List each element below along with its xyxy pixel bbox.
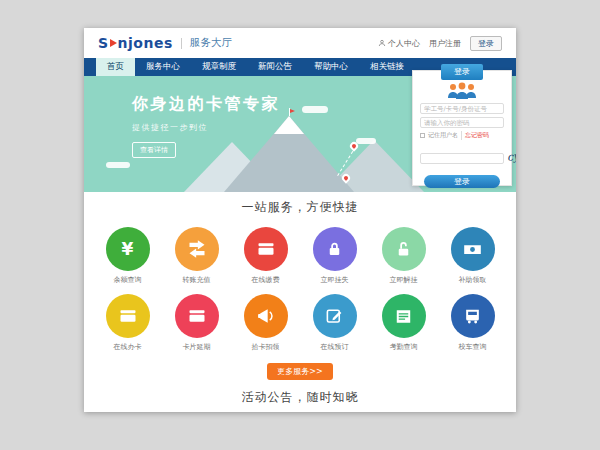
captcha-image[interactable]: cyvp	[507, 149, 516, 163]
service-online-payment[interactable]: 在线缴费	[231, 227, 300, 285]
cloud-icon	[356, 138, 376, 144]
flag-icon	[290, 109, 295, 113]
portal-page: S njones 服务大厅 个人中心 用户注册 登录 首页 服务中心 规章制度 …	[84, 28, 516, 412]
card-icon	[256, 239, 276, 259]
bus-icon	[463, 307, 482, 326]
service-report-loss[interactable]: 立即挂失	[300, 227, 369, 285]
cloud-icon	[106, 162, 130, 168]
service-card-claim[interactable]: 拾卡招领	[231, 294, 300, 352]
header-login-button[interactable]: 登录	[470, 36, 502, 51]
login-tab[interactable]: 登录	[441, 64, 483, 80]
service-online-booking[interactable]: 在线预订	[300, 294, 369, 352]
list-icon	[394, 307, 413, 326]
remember-checkbox[interactable]	[420, 133, 425, 138]
user-register-link[interactable]: 用户注册	[429, 38, 461, 49]
user-icon	[378, 39, 386, 47]
service-subsidy-collect[interactable]: 补助领取	[438, 227, 507, 285]
banknote-icon	[462, 239, 483, 260]
remember-label: 记住用户名	[428, 131, 458, 140]
banner-title: 你身边的卡管专家	[132, 94, 280, 115]
nav-home[interactable]: 首页	[96, 58, 135, 76]
lock-icon	[325, 240, 344, 259]
nav-service-center[interactable]: 服务中心	[135, 58, 191, 76]
edit-icon	[325, 307, 344, 326]
service-card-renewal[interactable]: 卡片延期	[162, 294, 231, 352]
megaphone-icon	[256, 306, 276, 326]
header-divider	[181, 38, 182, 49]
login-panel: 登录 记住用户名 忘记密码 cyvp 换一张 登录	[412, 70, 512, 186]
services-grid: ¥ 余额查询 转账充值 在线缴费	[93, 227, 507, 352]
banner-cta-button[interactable]: 查看详情	[132, 142, 176, 158]
username-input[interactable]	[420, 103, 504, 114]
login-submit-button[interactable]: 登录	[424, 175, 500, 188]
unlock-icon	[394, 240, 413, 259]
yen-icon: ¥	[122, 241, 134, 258]
logo-arrow-icon	[110, 39, 117, 47]
user-register-label: 用户注册	[429, 38, 461, 49]
users-group-icon	[445, 82, 479, 100]
announcements-section: 活动公告，随时知晓 使用指南 最新公告 更多>> 使用指南 更多>>	[84, 380, 516, 412]
personal-center-link[interactable]: 个人中心	[378, 38, 420, 49]
more-services-button[interactable]: 更多服务>>	[267, 363, 332, 380]
password-input[interactable]	[420, 117, 504, 128]
card-icon	[118, 306, 138, 326]
services-title: 一站服务，方便快捷	[84, 199, 516, 216]
logo-text-s: S	[98, 35, 109, 51]
service-balance-query[interactable]: ¥ 余额查询	[93, 227, 162, 285]
service-transfer-recharge[interactable]: 转账充值	[162, 227, 231, 285]
forgot-password-link[interactable]: 忘记密码	[461, 131, 489, 140]
captcha-input[interactable]	[420, 153, 504, 164]
header-right: 个人中心 用户注册 登录	[378, 36, 502, 51]
nav-related-links[interactable]: 相关链接	[359, 58, 415, 76]
nav-rules[interactable]: 规章制度	[191, 58, 247, 76]
logo[interactable]: S njones	[98, 35, 173, 51]
service-attendance-query[interactable]: 考勤查询	[369, 294, 438, 352]
nav-help-center[interactable]: 帮助中心	[303, 58, 359, 76]
logo-text-rest: njones	[118, 35, 173, 51]
transfer-icon	[187, 239, 207, 259]
service-apply-card[interactable]: 在线办卡	[93, 294, 162, 352]
banner-subtitle: 提供捷径一步到位	[132, 122, 280, 133]
personal-center-label: 个人中心	[388, 38, 420, 49]
site-name: 服务大厅	[190, 36, 232, 50]
services-section: 一站服务，方便快捷 ¥ 余额查询 转账充值	[84, 192, 516, 380]
header: S njones 服务大厅 个人中心 用户注册 登录	[84, 28, 516, 58]
service-school-bus-query[interactable]: 校车查询	[438, 294, 507, 352]
announcements-title: 活动公告，随时知晓	[84, 389, 516, 406]
cloud-icon	[302, 106, 328, 113]
card-icon	[187, 306, 207, 326]
nav-news[interactable]: 新闻公告	[247, 58, 303, 76]
service-cancel-loss[interactable]: 立即解挂	[369, 227, 438, 285]
